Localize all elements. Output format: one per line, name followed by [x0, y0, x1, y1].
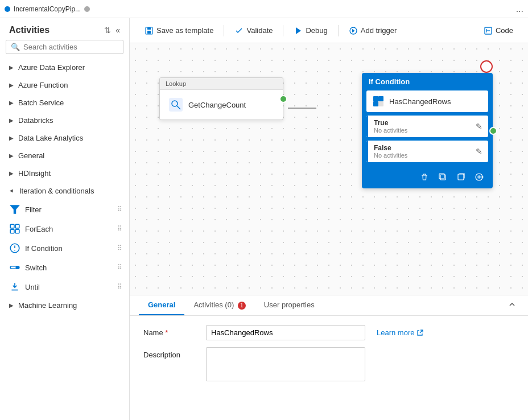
- name-label: Name *: [143, 325, 195, 337]
- sidebar: Activities ⇅ « 🔍 ▶ Azure Data Explorer ▶…: [0, 18, 130, 420]
- if-branch-false-info: False No activities: [374, 144, 407, 159]
- toolbar: Save as template Validate Debug: [130, 18, 528, 43]
- if-card-delete-button[interactable]: [416, 169, 432, 185]
- sidebar-item-switch[interactable]: Switch ⠿: [0, 258, 129, 277]
- svg-rect-26: [440, 175, 446, 180]
- if-card-copy-button[interactable]: [453, 169, 469, 185]
- bottom-tabs: General Activities (0) 1 User properties: [130, 295, 528, 316]
- sidebar-group-azure-data-explorer[interactable]: ▶ Azure Data Explorer: [0, 59, 129, 76]
- if-condition-card[interactable]: If Condition HasChangedRows: [362, 73, 493, 188]
- sidebar-items: ▶ Azure Data Explorer ▶ Azure Function ▶…: [0, 59, 129, 420]
- sidebar-item-until[interactable]: Until ⠿: [0, 277, 129, 297]
- learn-more-link[interactable]: Learn more: [377, 325, 423, 337]
- toolbar-separator: [338, 25, 339, 36]
- chevron-icon: ▶: [9, 302, 14, 308]
- svg-rect-3: [10, 229, 14, 233]
- description-form-row: Description: [143, 347, 514, 381]
- sidebar-collapse-icon[interactable]: «: [116, 26, 120, 35]
- canvas-wrapper: Lookup GetChangeCount: [130, 43, 528, 295]
- sidebar-header: Activities ⇅ «: [0, 18, 129, 40]
- sidebar-group-label: HDInsight: [18, 169, 51, 178]
- tab-user-properties[interactable]: User properties: [255, 296, 324, 315]
- external-link-icon: [416, 330, 423, 336]
- sidebar-group-label: Iteration & conditionals: [19, 187, 94, 195]
- sidebar-group-label: Azure Function: [18, 81, 68, 89]
- title-bar-actions: ...: [516, 4, 523, 14]
- sidebar-item-label: Switch: [25, 263, 47, 272]
- svg-marker-0: [10, 205, 20, 214]
- delete-icon: [420, 172, 429, 182]
- panel-collapse-button[interactable]: [505, 298, 519, 314]
- sidebar-group-label: Azure Data Explorer: [18, 63, 85, 72]
- bottom-panel: General Activities (0) 1 User properties: [130, 295, 528, 420]
- if-card-clone-button[interactable]: [435, 169, 451, 185]
- title-modified-dot: [84, 6, 90, 12]
- lookup-card-connector: [279, 95, 287, 103]
- search-input[interactable]: [23, 43, 118, 51]
- chevron-icon: ▶: [9, 64, 14, 71]
- sidebar-group-iteration-conditionals[interactable]: ▼ Iteration & conditionals: [0, 182, 129, 200]
- sidebar-item-foreach[interactable]: ForEach ⠿: [0, 219, 129, 238]
- name-form-row: Name * Learn more: [143, 325, 514, 340]
- sidebar-header-icons: ⇅ «: [104, 26, 120, 35]
- sidebar-item-left: Filter: [9, 204, 42, 215]
- if-branch-true-info: True No activities: [374, 119, 407, 134]
- if-condition-icon: [9, 242, 20, 254]
- copy-icon: [456, 172, 465, 182]
- sidebar-group-azure-function[interactable]: ▶ Azure Function: [0, 76, 129, 94]
- code-button[interactable]: Code: [478, 23, 519, 38]
- tab-general[interactable]: General: [139, 296, 184, 315]
- app-icon: [5, 6, 10, 12]
- add-trigger-button[interactable]: Add trigger: [343, 23, 403, 38]
- if-branch-true-header: True No activities ✎: [366, 116, 488, 137]
- sidebar-item-label: If Condition: [25, 244, 63, 253]
- sidebar-expand-icon[interactable]: ⇅: [104, 26, 111, 35]
- sidebar-item-if-condition[interactable]: If Condition ⠿: [0, 238, 129, 258]
- if-branch-true-sub: No activities: [374, 127, 407, 134]
- sidebar-group-hdinsight[interactable]: ▶ HDInsight: [0, 164, 129, 182]
- tab-activities-label: Activities (0): [193, 300, 234, 309]
- if-branch-true-label: True: [374, 119, 407, 127]
- name-input[interactable]: [206, 325, 365, 340]
- sidebar-group-batch-service[interactable]: ▶ Batch Service: [0, 94, 129, 112]
- sidebar-group-databricks[interactable]: ▶ Databricks: [0, 112, 129, 129]
- svg-point-9: [16, 266, 18, 269]
- description-input[interactable]: [206, 347, 365, 381]
- until-icon: [9, 281, 20, 293]
- lookup-card-body: GetChangeCount: [160, 90, 283, 120]
- svg-marker-32: [482, 176, 484, 178]
- debug-button[interactable]: Debug: [288, 23, 333, 38]
- validate-label: Validate: [246, 26, 273, 35]
- content-area: Save as template Validate Debug: [130, 18, 528, 420]
- canvas[interactable]: Lookup GetChangeCount: [130, 43, 528, 295]
- switch-icon: [9, 262, 20, 273]
- validate-button[interactable]: Validate: [229, 23, 278, 38]
- lookup-card[interactable]: Lookup GetChangeCount: [159, 77, 283, 120]
- sidebar-item-left: Until: [9, 281, 40, 293]
- tab-activities[interactable]: Activities (0) 1: [184, 296, 254, 315]
- if-branch-false-edit-icon[interactable]: ✎: [476, 147, 482, 156]
- if-card-add-button[interactable]: [471, 169, 487, 185]
- svg-rect-25: [378, 101, 383, 106]
- sidebar-item-left: Switch: [9, 262, 47, 273]
- toolbar-separator: [224, 25, 224, 36]
- title-bar: IncrementalCopyPip... ...: [0, 0, 528, 18]
- drag-handle-icon: ⠿: [117, 244, 122, 252]
- add-trigger-icon: [349, 26, 358, 35]
- lookup-card-name: GetChangeCount: [188, 101, 246, 109]
- title-bar-title: IncrementalCopyPip...: [14, 5, 81, 13]
- sidebar-group-data-lake-analytics[interactable]: ▶ Data Lake Analytics: [0, 129, 129, 147]
- sidebar-group-label: Data Lake Analytics: [18, 134, 83, 142]
- sidebar-group-general[interactable]: ▶ General: [0, 147, 129, 164]
- if-branch-false-sub: No activities: [374, 152, 407, 159]
- sidebar-group-machine-learning[interactable]: ▶ Machine Learning: [0, 297, 129, 314]
- svg-rect-1: [10, 224, 14, 228]
- sidebar-item-filter[interactable]: Filter ⠿: [0, 200, 129, 219]
- svg-rect-4: [15, 229, 19, 233]
- drag-handle-icon: ⠿: [117, 205, 122, 213]
- drag-handle-icon: ⠿: [117, 225, 122, 233]
- title-bar-ellipsis-button[interactable]: ...: [516, 4, 523, 14]
- save-as-template-button[interactable]: Save as template: [139, 23, 219, 38]
- if-branch-true-edit-icon[interactable]: ✎: [476, 122, 482, 131]
- sidebar-item-label: Filter: [25, 205, 42, 214]
